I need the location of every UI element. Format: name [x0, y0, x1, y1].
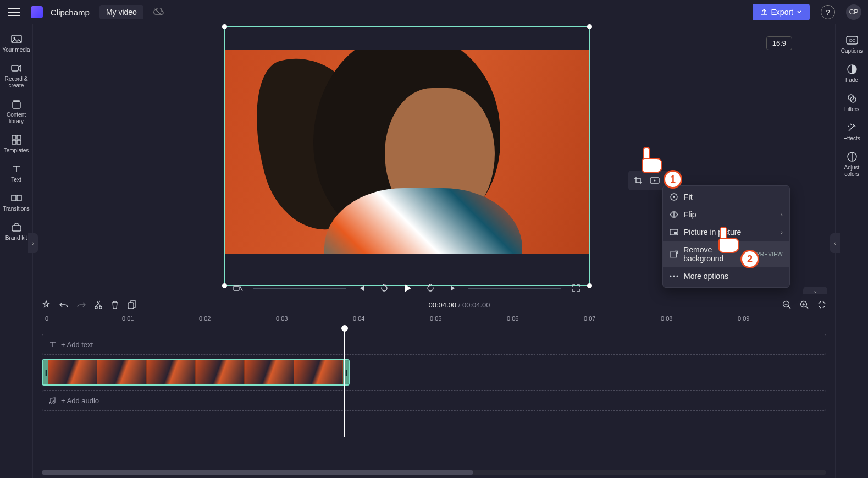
sidebar-item-label: Your media — [2, 47, 30, 53]
dropdown-item-label: Flip — [684, 210, 696, 219]
duplicate-button[interactable] — [128, 300, 136, 309]
ruler-tick: 0:07 — [584, 315, 595, 322]
playhead[interactable] — [344, 328, 345, 437]
menu-button[interactable] — [7, 4, 22, 20]
sidebar-item-record-create[interactable]: Record & create — [1, 59, 32, 92]
zoom-in-button[interactable] — [800, 300, 809, 309]
filters-icon — [846, 92, 858, 105]
cloud-sync-off-icon[interactable] — [153, 8, 164, 17]
sidebar-item-filters[interactable]: Filters — [837, 89, 867, 116]
total-duration: 00:04.00 — [462, 301, 490, 309]
ruler-tick: 0:04 — [353, 315, 364, 322]
fade-icon — [846, 63, 858, 75]
svg-rect-1 — [12, 35, 21, 43]
audio-track-placeholder[interactable]: + Add audio — [42, 390, 826, 411]
ruler-tick: 0:08 — [661, 315, 672, 322]
ruler-tick: 0:03 — [276, 315, 288, 322]
templates-icon — [10, 134, 23, 146]
timeline-collapse-button[interactable]: ⌄ — [803, 287, 827, 294]
text-icon — [10, 163, 23, 175]
pip-icon — [670, 229, 678, 235]
svg-point-25 — [673, 179, 675, 181]
sidebar-item-text[interactable]: Text — [1, 160, 32, 186]
sidebar-left: Your media Record & create Content libra… — [0, 24, 33, 478]
ruler-tick: 0:01 — [122, 315, 134, 322]
crop-button[interactable] — [631, 173, 645, 188]
sidebar-item-transitions[interactable]: Transitions — [1, 189, 32, 216]
sidebar-item-label: Templates — [4, 147, 29, 154]
dropdown-item-label: Picture in picture — [684, 228, 741, 237]
zoom-out-button[interactable] — [782, 300, 791, 309]
sidebar-item-label: Record & create — [1, 76, 32, 89]
sidebar-item-templates[interactable]: Templates — [1, 130, 32, 157]
library-icon — [10, 98, 23, 110]
svg-text:CC: CC — [849, 38, 855, 43]
zoom-fit-button[interactable] — [817, 300, 826, 309]
dropdown-item-remove-background[interactable]: Remove background Preview — [663, 241, 789, 267]
timeline-ruler[interactable]: 0 0:01 0:02 0:03 0:04 0:05 0:06 0:07 0:0… — [42, 315, 835, 328]
svg-line-20 — [240, 285, 242, 291]
project-title-input[interactable]: My video — [99, 5, 143, 19]
svg-rect-36 — [128, 303, 134, 309]
timeline-scrollbar[interactable] — [42, 470, 826, 475]
help-button[interactable]: ? — [821, 5, 835, 19]
captions-icon: CC — [846, 34, 858, 46]
svg-rect-3 — [12, 65, 18, 71]
scrollbar-thumb[interactable] — [42, 470, 473, 475]
resize-handle-tr[interactable] — [587, 24, 592, 29]
text-icon — [49, 340, 57, 348]
sidebar-item-brand-kit[interactable]: Brand kit — [1, 218, 32, 245]
more-options-dropdown: Fit Flip › Picture in picture › Remove b… — [662, 185, 790, 288]
flip-icon — [670, 211, 678, 218]
ruler-tick: 0:09 — [738, 315, 749, 322]
svg-line-43 — [806, 306, 808, 309]
video-clip[interactable]: || || — [42, 359, 350, 386]
video-track[interactable]: || || — [42, 359, 826, 386]
svg-rect-5 — [14, 100, 19, 102]
sidebar-item-content-library[interactable]: Content library — [1, 95, 32, 128]
brand-kit-icon — [10, 221, 23, 233]
dropdown-item-pip[interactable]: Picture in picture › — [663, 223, 789, 241]
clip-trim-left[interactable]: || — [43, 360, 48, 384]
svg-rect-8 — [12, 140, 16, 144]
export-button[interactable]: Export — [753, 4, 810, 20]
delete-button[interactable] — [111, 300, 119, 309]
text-track-placeholder[interactable]: + Add text — [42, 334, 826, 355]
sidebar-item-effects[interactable]: Effects — [837, 118, 867, 145]
svg-point-22 — [654, 180, 656, 182]
sidebar-item-label: Adjust colors — [837, 164, 867, 178]
undo-button[interactable] — [59, 301, 68, 309]
seek-bar-right[interactable] — [468, 288, 562, 289]
ruler-tick: 0:05 — [430, 315, 441, 322]
app-name: Clipchamp — [51, 8, 90, 17]
auto-compose-button[interactable] — [42, 300, 51, 309]
ruler-tick: 0:06 — [507, 315, 518, 322]
sidebar-item-label: Text — [11, 177, 21, 183]
add-text-label: + Add text — [61, 340, 93, 349]
add-audio-label: + Add audio — [61, 397, 99, 405]
dropdown-item-fit[interactable]: Fit — [663, 188, 789, 206]
user-avatar[interactable]: CP — [846, 4, 861, 20]
selection-outline[interactable] — [224, 26, 590, 286]
timeline: ⌄ 00:04.00 / 00:04.00 0 0:01 0:02 0:03 0… — [33, 294, 835, 478]
sidebar-item-label: Effects — [843, 135, 860, 142]
svg-rect-6 — [12, 135, 16, 139]
sidebar-item-fade[interactable]: Fade — [837, 60, 867, 87]
fill-button[interactable] — [648, 173, 662, 188]
svg-point-24 — [670, 179, 672, 181]
resize-handle-tl[interactable] — [222, 24, 227, 29]
remove-bg-icon — [670, 250, 678, 258]
sidebar-item-your-media[interactable]: Your media — [1, 30, 32, 57]
seek-bar[interactable] — [253, 288, 346, 289]
sidebar-item-label: Filters — [844, 106, 859, 113]
redo-button[interactable] — [77, 301, 86, 309]
sidebar-item-captions[interactable]: CC Captions — [837, 31, 867, 58]
svg-rect-11 — [17, 195, 21, 201]
dropdown-item-flip[interactable]: Flip › — [663, 206, 789, 223]
split-button[interactable] — [95, 300, 102, 309]
dropdown-item-more-options[interactable]: More options — [663, 267, 789, 285]
sidebar-item-adjust-colors[interactable]: Adjust colors — [837, 147, 867, 181]
svg-point-27 — [673, 196, 675, 198]
svg-point-35 — [99, 306, 102, 309]
aspect-ratio-selector[interactable]: 16:9 — [766, 36, 792, 50]
